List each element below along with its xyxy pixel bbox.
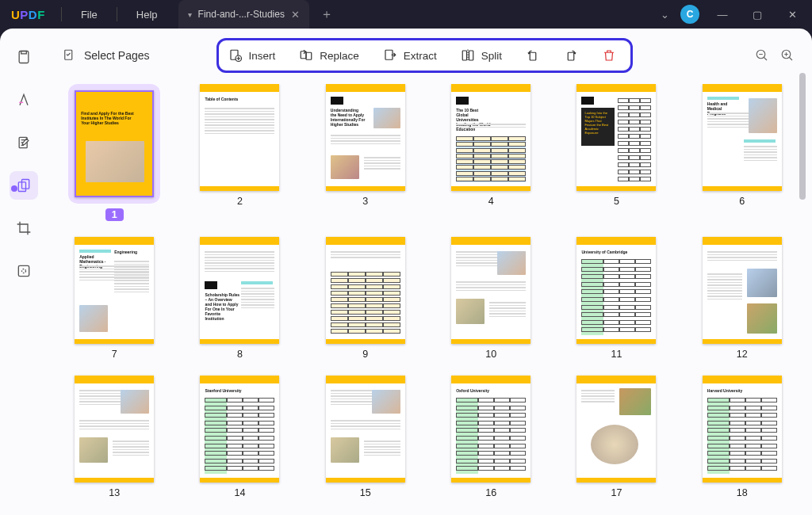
page-number: 7 xyxy=(112,349,117,360)
tab-dropdown-icon[interactable]: ▾ xyxy=(188,10,192,19)
page-thumbnail[interactable]: Looking Into the Top 10 Subject Majors T… xyxy=(564,84,668,221)
menu-file[interactable]: File xyxy=(67,9,112,21)
comment-tool-icon[interactable] xyxy=(10,86,38,114)
trash-icon xyxy=(602,48,616,63)
extract-button[interactable]: Extract xyxy=(383,48,437,63)
page-thumbnail[interactable]: 9 xyxy=(313,237,418,360)
page-thumbnail[interactable]: 12 xyxy=(690,237,795,360)
page-number: 17 xyxy=(611,487,622,498)
page-number: 1 xyxy=(105,208,124,221)
page-number: 16 xyxy=(485,487,496,498)
svg-rect-15 xyxy=(530,52,536,60)
split-icon xyxy=(461,48,475,63)
watermark-tool-icon[interactable] xyxy=(10,257,38,285)
window-maximize-button[interactable]: ▢ xyxy=(745,9,769,21)
tab-title: Find-and-...r-Studies xyxy=(198,9,285,20)
titlebar: UPDF File Help ▾ Find-and-...r-Studies ✕… xyxy=(0,0,812,29)
page-toolbar: Select Pages Insert Replace Extract Spli… xyxy=(62,38,795,73)
page-thumbnail[interactable]: The 10 Best Global Universities Leading … xyxy=(439,84,543,221)
svg-rect-13 xyxy=(462,51,466,60)
page-number: 3 xyxy=(362,196,368,207)
delete-button[interactable] xyxy=(602,48,616,63)
page-number: 14 xyxy=(235,487,246,498)
rotate-right-icon xyxy=(564,48,578,63)
app-logo: UPDF xyxy=(0,8,56,21)
page-number: 12 xyxy=(737,349,748,360)
page-thumbnail[interactable]: Table of Contents2 xyxy=(187,84,292,221)
page-thumbnail[interactable]: Stanford University14 xyxy=(187,376,292,498)
page-number: 9 xyxy=(362,349,368,360)
page-number: 6 xyxy=(739,196,745,207)
page-tools-highlight: Insert Replace Extract Split xyxy=(216,38,634,73)
select-pages-button[interactable]: Select Pages xyxy=(62,48,150,63)
page-thumbnail[interactable]: Oxford University16 xyxy=(439,376,543,498)
page-thumbnail[interactable]: 13 xyxy=(62,376,167,498)
document-tab[interactable]: ▾ Find-and-...r-Studies ✕ xyxy=(178,0,309,29)
page-number: 11 xyxy=(611,349,622,360)
page-number: 4 xyxy=(488,196,494,207)
menu-help[interactable]: Help xyxy=(122,9,172,21)
page-number: 2 xyxy=(237,196,243,207)
zoom-tools xyxy=(755,48,795,63)
rotate-left-icon xyxy=(526,48,540,63)
svg-rect-5 xyxy=(18,265,29,276)
page-number: 15 xyxy=(360,487,371,498)
page-number: 18 xyxy=(737,487,748,498)
rotate-left-button[interactable] xyxy=(526,48,540,63)
page-number: 5 xyxy=(614,196,619,207)
page-thumbnail[interactable]: 17 xyxy=(564,376,668,498)
svg-rect-0 xyxy=(19,52,29,63)
page-thumbnail[interactable]: Understanding the Need to Apply Internat… xyxy=(313,84,418,221)
page-thumbnail[interactable]: University of Cambridge11 xyxy=(564,237,668,360)
window-minimize-button[interactable]: — xyxy=(710,9,734,21)
tab-close-icon[interactable]: ✕ xyxy=(291,9,300,21)
zoom-in-icon[interactable] xyxy=(780,48,795,63)
page-thumbnail[interactable]: Harvard University18 xyxy=(690,376,795,498)
window-close-button[interactable]: ✕ xyxy=(780,9,804,21)
split-button[interactable]: Split xyxy=(461,48,502,63)
replace-button[interactable]: Replace xyxy=(299,48,359,63)
svg-point-6 xyxy=(22,269,26,273)
svg-rect-16 xyxy=(568,52,574,60)
user-avatar[interactable]: C xyxy=(680,5,699,24)
reader-tool-icon[interactable] xyxy=(10,43,38,71)
svg-rect-14 xyxy=(469,51,473,60)
rotate-right-button[interactable] xyxy=(564,48,578,63)
page-thumbnail[interactable]: Find and Apply For the Best Institutes I… xyxy=(62,84,167,221)
scrollbar[interactable] xyxy=(799,73,807,505)
page-number: 8 xyxy=(237,349,243,360)
crop-tool-icon[interactable] xyxy=(10,214,38,242)
page-thumbnail[interactable]: Health and Medical Programs6 xyxy=(690,84,795,221)
left-toolbar xyxy=(0,29,48,515)
page-number: 13 xyxy=(109,487,120,498)
svg-rect-1 xyxy=(21,52,27,54)
select-pages-icon xyxy=(62,48,76,63)
insert-icon xyxy=(228,48,243,63)
replace-icon xyxy=(299,48,313,63)
tool-indicator-icon xyxy=(11,185,17,192)
insert-button[interactable]: Insert xyxy=(228,48,276,63)
page-thumbnail[interactable]: Applied Mathematics · EngineeringEnginee… xyxy=(62,237,167,360)
new-tab-button[interactable]: ＋ xyxy=(309,6,344,23)
page-number: 10 xyxy=(485,349,496,360)
page-thumbnail-grid: Find and Apply For the Best Institutes I… xyxy=(62,84,795,514)
page-thumbnail[interactable]: Scholarship Rules – An Overview and How … xyxy=(187,237,292,360)
main-panel: Select Pages Insert Replace Extract Spli… xyxy=(48,29,812,515)
edit-tool-icon[interactable] xyxy=(10,128,38,157)
tab-overflow-icon[interactable]: ⌄ xyxy=(661,9,669,21)
extract-icon xyxy=(383,48,397,63)
page-thumbnail[interactable]: 15 xyxy=(313,376,418,498)
app-body: Select Pages Insert Replace Extract Spli… xyxy=(0,29,812,515)
svg-rect-11 xyxy=(306,52,312,59)
page-thumbnail[interactable]: 10 xyxy=(439,237,543,360)
zoom-out-icon[interactable] xyxy=(755,48,769,63)
